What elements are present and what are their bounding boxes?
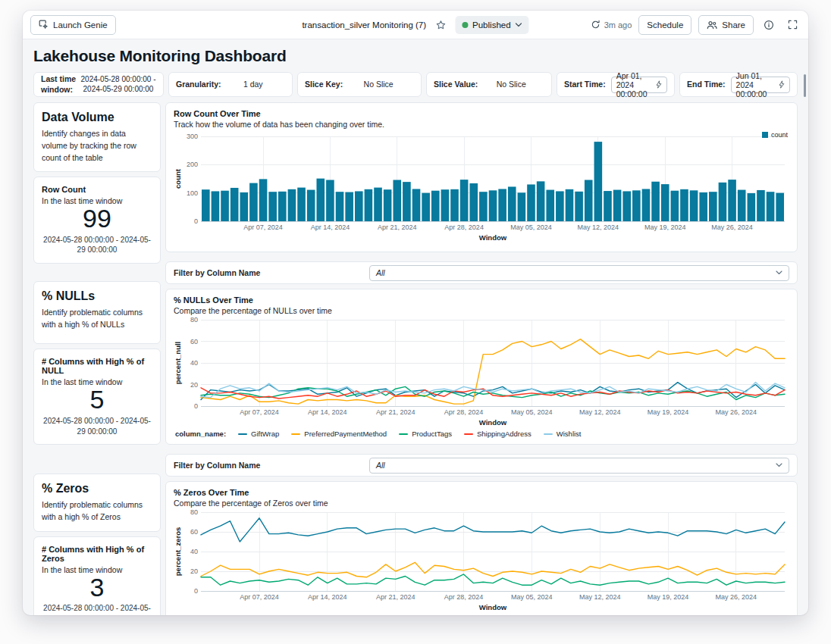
legend-label: PreferredPaymentMethod [304, 430, 387, 438]
chart-subtitle: Compare the percentage of NULLs over tim… [174, 306, 789, 315]
row-count-counter-card: Row Count In the last time window 99 202… [33, 177, 161, 264]
legend-item-Discount[interactable]: Discount [238, 614, 279, 615]
row-count-chart[interactable]: Apr 07, 2024Apr 14, 2024Apr 21, 2024Apr … [174, 129, 789, 241]
data-volume-info-card: Data Volume Identify changes in data vol… [33, 102, 161, 172]
svg-text:Apr 14, 2024: Apr 14, 2024 [311, 224, 350, 231]
nulls-count-value: 5 [90, 386, 105, 414]
published-status-dropdown[interactable]: Published [455, 16, 529, 34]
legend-item-ProductTags[interactable]: ProductTags [399, 430, 452, 438]
chart-legend: column_name: GiftWrapPreferredPaymentMet… [174, 429, 789, 438]
fullscreen-icon[interactable] [784, 17, 801, 33]
end-time-label: End Time: [687, 80, 726, 89]
legend-item-Wishlist[interactable]: Wishlist [544, 430, 582, 438]
chart-subtitle: Compare the percentage of Zeros over tim… [174, 499, 789, 508]
dashboard-content: Lakehouse Monitoring Dashboard Last time… [23, 39, 808, 615]
legend-dash [291, 433, 300, 435]
svg-text:Apr 28, 2024: Apr 28, 2024 [444, 408, 484, 416]
legend-item-ShippingAddress[interactable]: ShippingAddress [464, 430, 532, 438]
zeros-title: % Zeros [42, 482, 152, 496]
favorite-star-icon[interactable] [432, 17, 449, 33]
svg-text:May 12, 2024: May 12, 2024 [579, 408, 621, 416]
legend-dash [399, 433, 408, 435]
svg-text:Window: Window [479, 418, 507, 426]
nulls-chart-card: % NULLs Over Time Compare the percentage… [165, 289, 798, 445]
svg-text:May 12, 2024: May 12, 2024 [578, 224, 619, 231]
svg-text:count: count [174, 168, 182, 189]
zeros-column-filter-select[interactable]: All [369, 458, 789, 474]
last-time-window-label: Last time window: [41, 74, 80, 94]
legend-item-PreferredPaymentMethod[interactable]: PreferredPaymentMethod [291, 430, 387, 438]
zeros-count-value: 3 [90, 574, 105, 602]
nulls-column-filter-card: Filter by Column Name All [165, 261, 798, 284]
svg-text:May 26, 2024: May 26, 2024 [716, 408, 757, 416]
end-time-value: Jun 01, 2024 00:00:00 [736, 71, 776, 98]
genie-icon [39, 20, 49, 30]
percent-null-chart[interactable]: Apr 07, 2024Apr 14, 2024Apr 21, 2024Apr … [174, 315, 789, 426]
column-filter-label: Filter by Column Name [174, 268, 369, 277]
granularity-card: Granularity: 1 day [168, 72, 293, 97]
legend-label: ShippingAddress [477, 430, 532, 438]
scrollbar[interactable] [804, 74, 806, 97]
legend-label: ProductRating [390, 614, 435, 615]
share-button[interactable]: Share [698, 15, 754, 35]
svg-text:Apr 28, 2024: Apr 28, 2024 [444, 593, 484, 601]
svg-text:100: 100 [187, 189, 198, 197]
svg-text:20: 20 [190, 567, 198, 575]
svg-text:percent_zeros: percent_zeros [174, 527, 182, 576]
end-time-card: End Time: Jun 01, 2024 00:00:00 [679, 72, 798, 97]
start-time-label: Start Time: [564, 80, 606, 89]
launch-genie-button[interactable]: Launch Genie [30, 15, 116, 35]
svg-text:Apr 14, 2024: Apr 14, 2024 [308, 408, 347, 416]
svg-text:Window: Window [479, 603, 507, 611]
refresh-icon [591, 20, 601, 30]
global-filter-row: Last time window: 2024-05-28 00:00:00 - … [33, 72, 798, 97]
nulls-column-filter-select[interactable]: All [369, 265, 789, 281]
refresh-button[interactable]: 3m ago [591, 20, 632, 30]
svg-text:Apr 07, 2024: Apr 07, 2024 [240, 593, 279, 601]
legend-label: Discount [251, 614, 279, 615]
section-zeros: % Zeros Identify problematic columns wit… [33, 454, 798, 615]
svg-text:300: 300 [187, 133, 198, 140]
svg-text:60: 60 [190, 528, 198, 536]
legend-swatch [762, 132, 768, 138]
counter-range: 2024-05-28 00:00:00 - 2024-05-29 00:00:0… [42, 603, 152, 615]
svg-text:0: 0 [194, 402, 198, 410]
start-time-value: Apr 01, 2024 00:00:00 [616, 71, 654, 98]
counter-title: Row Count [42, 185, 152, 194]
page-title: Lakehouse Monitoring Dashboard [33, 47, 798, 65]
nulls-description: Identify problematic columns with a high… [42, 307, 152, 331]
zeros-counter-card: # Columns with High % of Zeros In the la… [33, 536, 161, 616]
chart-legend[interactable]: count [762, 131, 788, 139]
nulls-info-card: % NULLs Identify problematic columns wit… [33, 281, 161, 344]
svg-text:40: 40 [190, 548, 198, 555]
bolt-icon [779, 80, 785, 89]
data-volume-description: Identify changes in data volume by track… [42, 128, 152, 164]
svg-text:percent_null: percent_null [174, 342, 182, 385]
start-time-input[interactable]: Apr 01, 2024 00:00:00 [611, 77, 667, 93]
section-data-volume: Data Volume Identify changes in data vol… [33, 102, 798, 252]
schedule-button[interactable]: Schedule [638, 15, 691, 35]
percent-zeros-chart[interactable]: Apr 07, 2024Apr 14, 2024Apr 21, 2024Apr … [174, 508, 789, 611]
slice-value-card: Slice Value: No Slice [426, 72, 552, 97]
legend-title: column_name: [175, 614, 226, 615]
slice-key-label: Slice Key: [305, 80, 343, 89]
counter-range: 2024-05-28 00:00:00 - 2024-05-29 00:00:0… [42, 235, 152, 255]
legend-item-ProductRating[interactable]: ProductRating [377, 614, 435, 615]
svg-text:May 26, 2024: May 26, 2024 [711, 224, 753, 231]
legend-item-NumberOfReviews[interactable]: NumberOfReviews [291, 614, 365, 615]
section-nulls: % NULLs Identify problematic columns wit… [33, 261, 798, 445]
svg-text:0: 0 [194, 587, 198, 595]
last-refreshed-text: 3m ago [604, 20, 632, 30]
svg-text:May 19, 2024: May 19, 2024 [648, 593, 689, 601]
svg-text:May 05, 2024: May 05, 2024 [510, 224, 552, 231]
topbar-actions: 3m ago Schedule Share [591, 15, 801, 35]
legend-title: column_name: [175, 430, 226, 438]
info-icon[interactable] [760, 17, 777, 33]
row-count-chart-card: Row Count Over Time Track how the volume… [165, 102, 798, 252]
column-filter-label: Filter by Column Name [174, 461, 369, 470]
start-time-card: Start Time: Apr 01, 2024 00:00:00 [557, 72, 675, 97]
legend-item-GiftWrap[interactable]: GiftWrap [238, 430, 279, 438]
column-filter-value: All [376, 268, 385, 277]
end-time-input[interactable]: Jun 01, 2024 00:00:00 [731, 77, 790, 93]
svg-text:May 19, 2024: May 19, 2024 [644, 224, 686, 231]
